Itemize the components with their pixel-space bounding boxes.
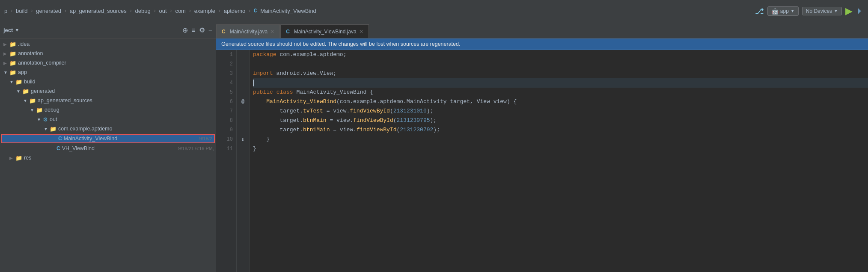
project-dropdown-icon[interactable]: ▼ (15, 28, 18, 33)
gutter-8 (237, 116, 249, 125)
gutter-10: ⬇ (237, 135, 249, 144)
gutter-5 (237, 88, 249, 97)
tree-item-mainactivity-viewbind[interactable]: C MainActivity_ViewBind 9/18/2 (1, 134, 215, 143)
breadcrumb-debug: debug (135, 8, 151, 14)
token-7-2: tvTest (303, 106, 323, 116)
tree-item-annotation-compiler[interactable]: ▶ 📁 annotation_compiler (0, 58, 216, 68)
tree-arrow-com-example: ▼ (44, 127, 50, 131)
token-1-1: package (253, 50, 276, 59)
token-10-1: } (253, 135, 270, 144)
code-editor[interactable]: package com.example.aptdemo; import andr… (250, 50, 868, 272)
tree-item-res[interactable]: ▶ 📁 res (0, 153, 216, 163)
token-1-2: com.example.aptdemo; (276, 50, 347, 59)
tree-item-debug[interactable]: ▼ 📁 debug (0, 105, 216, 115)
git-icon[interactable]: ⎇ (755, 6, 764, 16)
code-line-3: import android.view.View; (253, 69, 868, 78)
tree-item-ap-generated[interactable]: ▼ 📁 ap_generated_sources (0, 96, 216, 105)
line-num-2: 2 (216, 59, 233, 69)
code-line-11: } (253, 144, 868, 154)
folder-icon-build: 📁 (15, 79, 22, 85)
tree-label-mainactivity-viewbind: MainActivity_ViewBind (64, 136, 199, 142)
breadcrumb-file: MainActivity_ViewBind (260, 8, 316, 14)
no-devices-selector[interactable]: No Devices ▼ (802, 7, 842, 15)
locate-button[interactable]: ⊕ (182, 26, 188, 34)
tree-arrow-out: ▼ (37, 117, 43, 122)
gutter-7 (237, 106, 249, 116)
code-line-7: target.tvTest = view.findViewById(213123… (253, 106, 868, 116)
tree-label-annotation-compiler: annotation_compiler (18, 60, 216, 66)
tree-item-idea[interactable]: ▶ 📁 .idea (0, 39, 216, 49)
breadcrumb-out: out (159, 8, 166, 14)
breadcrumb-generated: generated (36, 8, 61, 14)
tab-close-mainactivity[interactable]: ✕ (270, 29, 274, 35)
debug-button[interactable]: ⏵ (856, 6, 864, 15)
file-icon-mainactivity-viewbind: C (58, 136, 62, 142)
token-8-7: ); (430, 116, 437, 125)
folder-icon-out: ⚙ (43, 116, 48, 123)
token-9-5: ( (397, 125, 400, 135)
tree-label-app: app (18, 69, 216, 75)
tree-item-vh-viewbind[interactable]: C VH_ViewBind 9/18/21 6:16 PM, (0, 144, 216, 153)
editor-area: C MainActivity.java ✕ C MainActivity_Vie… (216, 22, 868, 272)
tab-icon-mainactivity: C (222, 29, 226, 35)
tree-item-app[interactable]: ▼ 📁 app (0, 68, 216, 77)
gutter-6: @ (237, 97, 249, 106)
breadcrumb-build: build (16, 8, 27, 14)
close-sidebar-button[interactable]: − (208, 27, 212, 34)
tree-arrow-annotation: ▶ (3, 51, 9, 56)
tab-icon-viewbind: C (286, 29, 290, 35)
run-button[interactable]: ▶ (845, 6, 853, 17)
folder-icon-generated: 📁 (22, 88, 29, 95)
tree-arrow-res: ▶ (9, 156, 15, 160)
token-6-3: (com.example.aptdemo.MainActivity target… (336, 97, 517, 106)
tree-date-vh-viewbind: 9/18/21 6:16 PM, (178, 146, 214, 151)
no-devices-label: No Devices (806, 8, 832, 14)
code-line-5: public class MainActivity_ViewBind { (253, 88, 868, 97)
token-5-4: MainActivity_ViewBind { (293, 88, 373, 97)
line-num-3: 3 (216, 69, 233, 78)
breadcrumb-ap: ap_generated_sources (70, 8, 127, 14)
collapse-button[interactable]: ≡ (191, 27, 195, 34)
line-num-4: 4 (216, 78, 233, 88)
tree-label-annotation: annotation (18, 50, 216, 56)
line-num-6: 6 (216, 97, 233, 106)
gutter-3 (237, 69, 249, 78)
sidebar-tree: ▶ 📁 .idea ▶ 📁 annotation ▶ 📁 annotation_… (0, 38, 216, 272)
breadcrumb-example: example (194, 8, 215, 14)
tree-label-out: out (50, 116, 216, 122)
run-config-label: app (780, 8, 789, 14)
token-8-1: target. (253, 116, 303, 125)
tab-close-viewbind[interactable]: ✕ (359, 29, 363, 35)
tree-item-generated[interactable]: ▼ 📁 generated (0, 86, 216, 96)
tab-mainactivity-java[interactable]: C MainActivity.java ✕ (216, 24, 280, 38)
tab-label-viewbind: MainActivity_ViewBind.java (294, 29, 357, 35)
tree-date-mainactivity-viewbind: 9/18/2 (199, 136, 212, 141)
tree-item-build[interactable]: ▼ 📁 build (0, 77, 216, 86)
tab-mainactivity-viewbind-java[interactable]: C MainActivity_ViewBind.java ✕ (280, 24, 369, 38)
breadcrumb-aptdemo: aptdemo (224, 8, 246, 14)
tab-label-mainactivity: MainActivity.java (230, 29, 268, 35)
tab-bar: C MainActivity.java ✕ C MainActivity_Vie… (216, 22, 868, 38)
tree-arrow-debug: ▼ (30, 108, 36, 112)
line-num-11: 11 (216, 144, 233, 154)
tree-label-generated: generated (31, 88, 216, 94)
tree-item-annotation[interactable]: ▶ 📁 annotation (0, 49, 216, 58)
run-config-selector[interactable]: 🤖 app ▼ (767, 6, 799, 16)
token-7-3: = view. (323, 106, 350, 116)
tree-arrow-generated: ▼ (16, 89, 22, 94)
warning-text: Generated source files should not be edi… (221, 41, 460, 47)
no-devices-dropdown-icon: ▼ (834, 9, 838, 13)
code-line-9: target.btn1Main = view.findViewById(2131… (253, 125, 868, 135)
code-line-1: package com.example.aptdemo; (253, 50, 868, 59)
code-area[interactable]: 1 2 3 4 5 6 7 8 9 10 11 @ (216, 50, 868, 272)
tree-label-ap-generated: ap_generated_sources (38, 98, 216, 103)
folder-icon-annotation-compiler: 📁 (9, 60, 16, 66)
token-7-5: ( (390, 106, 393, 116)
settings-button[interactable]: ⚙ (199, 26, 205, 34)
top-bar: p › build › generated › ap_generated_sou… (0, 0, 868, 22)
token-9-7: ); (433, 125, 440, 135)
token-9-3: = view. (330, 125, 356, 135)
folder-icon-annotation: 📁 (9, 50, 16, 57)
tree-item-com-example[interactable]: ▼ 📁 com.example.aptdemo (0, 124, 216, 133)
tree-item-out[interactable]: ▼ ⚙ out (0, 115, 216, 124)
